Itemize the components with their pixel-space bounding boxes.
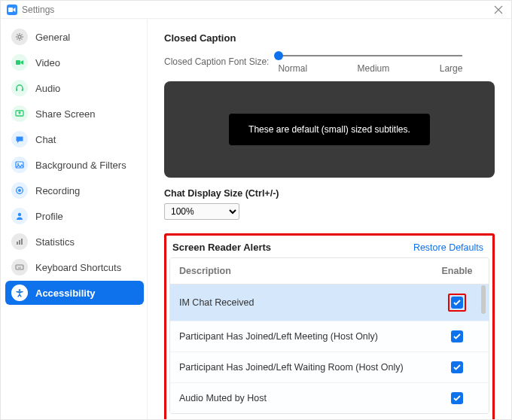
headphones-icon bbox=[11, 80, 28, 96]
caption-preview: These are default (small) sized subtitle… bbox=[164, 81, 495, 178]
enable-checkbox[interactable] bbox=[451, 392, 463, 404]
restore-defaults-link[interactable]: Restore Defaults bbox=[413, 242, 483, 253]
settings-window: Settings GeneralVideoAudioShare ScreenCh… bbox=[0, 0, 512, 420]
sidebar-item-label: Recording bbox=[35, 185, 80, 196]
font-size-slider[interactable]: Normal Medium Large bbox=[278, 50, 462, 74]
close-icon[interactable] bbox=[492, 3, 505, 17]
subtitle-preview-text: These are default (small) sized subtitle… bbox=[229, 114, 430, 145]
chat-icon bbox=[11, 131, 28, 148]
sidebar-item-label: Profile bbox=[35, 211, 63, 222]
alert-row: IM Chat Received bbox=[170, 285, 489, 321]
sidebar-item-label: Keyboard Shortcuts bbox=[35, 262, 121, 273]
sidebar-item-background-filters[interactable]: Background & Filters bbox=[5, 153, 144, 177]
svg-rect-2 bbox=[16, 60, 20, 65]
sidebar-item-label: Statistics bbox=[35, 236, 75, 248]
sidebar-item-label: Chat bbox=[35, 134, 56, 145]
alert-row: Participant Has Joined/Left Waiting Room… bbox=[170, 352, 489, 383]
tick-large: Large bbox=[440, 63, 463, 74]
sidebar-item-keyboard-shortcuts[interactable]: Keyboard Shortcuts bbox=[5, 255, 144, 279]
col-description: Description bbox=[179, 266, 434, 276]
screen-reader-alerts-box: Screen Reader Alerts Restore Defaults De… bbox=[164, 233, 495, 419]
tick-medium: Medium bbox=[358, 63, 390, 74]
svg-point-10 bbox=[18, 213, 21, 216]
svg-point-15 bbox=[19, 289, 21, 291]
sidebar-item-statistics[interactable]: Statistics bbox=[5, 230, 144, 254]
svg-rect-3 bbox=[16, 89, 17, 91]
col-enable: Enable bbox=[434, 266, 480, 276]
profile-icon bbox=[11, 208, 28, 224]
font-size-row: Closed Caption Font Size: Normal Medium … bbox=[164, 50, 495, 74]
titlebar: Settings bbox=[1, 1, 511, 19]
font-size-label: Closed Caption Font Size: bbox=[164, 56, 269, 67]
body: GeneralVideoAudioShare ScreenChatBackgro… bbox=[1, 19, 511, 419]
slider-ticks: Normal Medium Large bbox=[278, 50, 462, 74]
svg-rect-4 bbox=[22, 89, 23, 91]
sidebar-highlight-box: Accessibility bbox=[5, 281, 144, 305]
svg-rect-11 bbox=[17, 242, 18, 245]
enable-checkbox[interactable] bbox=[451, 361, 463, 373]
alerts-header: Screen Reader Alerts Restore Defaults bbox=[168, 237, 491, 257]
sidebar-item-chat[interactable]: Chat bbox=[5, 127, 144, 151]
alerts-scrollbar[interactable] bbox=[481, 285, 486, 314]
sidebar-item-video[interactable]: Video bbox=[5, 50, 144, 75]
svg-rect-0 bbox=[8, 8, 13, 12]
sidebar-item-profile[interactable]: Profile bbox=[5, 204, 144, 228]
zoom-app-icon bbox=[7, 5, 17, 15]
accessibility-icon bbox=[11, 285, 28, 301]
gear-icon bbox=[11, 29, 28, 45]
svg-point-9 bbox=[18, 189, 21, 192]
stats-icon bbox=[11, 233, 28, 250]
svg-point-7 bbox=[17, 163, 19, 165]
sidebar-item-accessibility[interactable]: Accessibility bbox=[5, 281, 144, 305]
chat-size-select[interactable]: 100% bbox=[164, 203, 239, 220]
keyboard-icon bbox=[11, 259, 28, 275]
alert-description: IM Chat Received bbox=[179, 297, 434, 308]
sidebar-item-recording[interactable]: Recording bbox=[5, 178, 144, 202]
svg-rect-13 bbox=[21, 239, 23, 245]
sidebar-item-label: General bbox=[35, 32, 70, 43]
chat-size-section: Chat Display Size (Ctrl+/-) 100% bbox=[164, 188, 495, 220]
sidebar-item-audio[interactable]: Audio bbox=[5, 76, 144, 100]
alert-description: Participant Has Joined/Left Waiting Room… bbox=[179, 362, 434, 373]
sidebar: GeneralVideoAudioShare ScreenChatBackgro… bbox=[1, 19, 148, 419]
checkbox-highlight-box bbox=[448, 294, 466, 312]
main-panel: Closed Caption Closed Caption Font Size:… bbox=[148, 19, 511, 419]
alert-description: Participant Has Joined/Left Meeting (Hos… bbox=[179, 331, 434, 342]
share-screen-icon bbox=[11, 105, 28, 122]
sidebar-item-label: Audio bbox=[35, 83, 60, 94]
sidebar-item-label: Background & Filters bbox=[35, 160, 126, 171]
enable-checkbox[interactable] bbox=[451, 297, 463, 309]
svg-rect-14 bbox=[16, 265, 23, 269]
svg-rect-12 bbox=[19, 240, 20, 245]
sidebar-item-label: Share Screen bbox=[35, 108, 96, 120]
sidebar-item-general[interactable]: General bbox=[5, 25, 144, 49]
sidebar-item-label: Video bbox=[35, 57, 60, 68]
alerts-table: Description Enable IM Chat ReceivedParti… bbox=[169, 257, 489, 414]
recording-icon bbox=[11, 182, 28, 199]
sidebar-item-share-screen[interactable]: Share Screen bbox=[5, 102, 144, 126]
alert-row: Participant Has Joined/Left Meeting (Hos… bbox=[170, 321, 489, 352]
enable-checkbox[interactable] bbox=[451, 330, 463, 342]
tick-normal: Normal bbox=[278, 63, 307, 74]
alerts-table-head: Description Enable bbox=[170, 258, 489, 285]
background-icon bbox=[11, 157, 28, 173]
chat-size-label: Chat Display Size (Ctrl+/-) bbox=[164, 188, 495, 199]
alerts-title: Screen Reader Alerts bbox=[172, 242, 271, 253]
svg-point-1 bbox=[18, 35, 21, 38]
sidebar-item-label: Accessibility bbox=[35, 288, 96, 299]
alert-row: Audio Muted by Host bbox=[170, 383, 489, 413]
alert-description: Audio Muted by Host bbox=[179, 393, 434, 403]
video-icon bbox=[11, 54, 28, 71]
window-title: Settings bbox=[22, 5, 54, 15]
caption-section-title: Closed Caption bbox=[164, 32, 495, 44]
slider-track bbox=[278, 55, 462, 56]
